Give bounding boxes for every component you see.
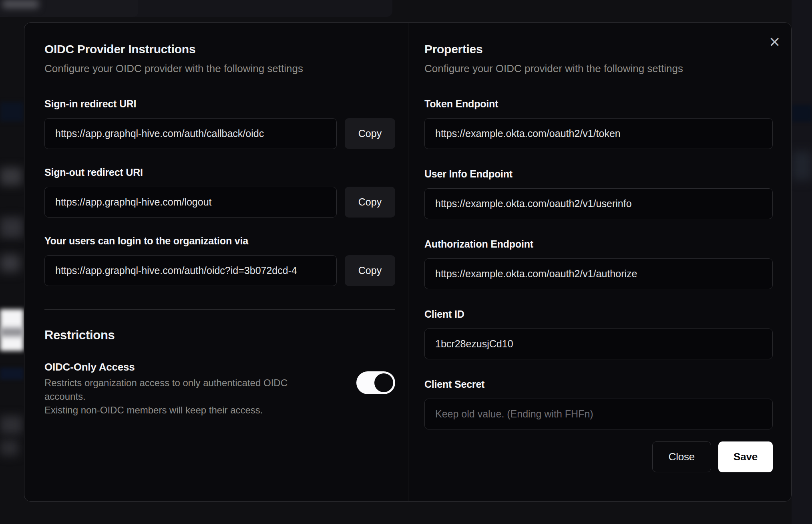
save-button[interactable]: Save <box>718 441 773 472</box>
instructions-pane: OIDC Provider Instructions Configure you… <box>24 23 408 501</box>
background-blur-artifact <box>0 217 23 238</box>
background-blur-artifact <box>2 0 38 8</box>
section-divider <box>44 309 395 310</box>
sign-in-redirect-uri-label: Sign-in redirect URI <box>44 97 395 110</box>
background-blur-artifact <box>0 416 22 434</box>
authorization-endpoint-input[interactable] <box>424 258 773 289</box>
properties-title: Properties <box>424 42 773 56</box>
token-endpoint-label: Token Endpoint <box>424 97 773 110</box>
dialog-actions: Close Save <box>424 441 773 472</box>
client-id-label: Client ID <box>424 308 773 320</box>
oidc-only-access-row: OIDC-Only Access Restricts organization … <box>44 360 395 417</box>
user-info-endpoint-label: User Info Endpoint <box>424 167 773 180</box>
properties-subtitle: Configure your OIDC provider with the fo… <box>424 62 773 75</box>
copy-sign-in-uri-button[interactable]: Copy <box>345 118 395 149</box>
oidc-provider-dialog: OIDC Provider Instructions Configure you… <box>24 22 792 502</box>
organization-login-uri-input[interactable] <box>44 255 337 286</box>
background-blur-artifact <box>792 105 812 122</box>
background-top-panel-inner <box>0 0 138 17</box>
copy-sign-out-uri-button[interactable]: Copy <box>345 187 395 218</box>
background-blur-artifact <box>0 167 22 185</box>
instructions-title: OIDC Provider Instructions <box>44 42 395 56</box>
sign-out-redirect-uri-input[interactable] <box>44 187 337 218</box>
background-blur-artifact <box>0 328 24 337</box>
oidc-only-access-label: OIDC-Only Access <box>44 360 325 374</box>
organization-login-uri-row: Copy <box>44 255 395 286</box>
client-id-input[interactable] <box>424 329 773 359</box>
toggle-knob <box>374 373 393 392</box>
token-endpoint-input[interactable] <box>424 118 773 149</box>
background-blur-artifact <box>0 102 24 121</box>
sign-in-redirect-uri-input[interactable] <box>44 118 337 149</box>
background-top-panel <box>0 0 392 17</box>
close-button[interactable]: Close <box>652 441 711 472</box>
restrictions-heading: Restrictions <box>44 328 395 343</box>
organization-login-uri-label: Your users can login to the organization… <box>44 234 395 247</box>
oidc-only-access-description: Restricts organization access to only au… <box>44 376 325 417</box>
copy-login-uri-button[interactable]: Copy <box>345 255 395 286</box>
user-info-endpoint-input[interactable] <box>424 188 773 219</box>
properties-pane: Properties Configure your OIDC provider … <box>408 23 791 501</box>
oidc-only-access-toggle[interactable] <box>356 371 395 394</box>
background-blur-artifact <box>0 255 20 272</box>
sign-out-redirect-uri-label: Sign-out redirect URI <box>44 166 395 179</box>
client-secret-label: Client Secret <box>424 378 773 391</box>
background-right-strip <box>792 0 812 524</box>
sign-out-redirect-uri-row: Copy <box>44 187 395 218</box>
authorization-endpoint-label: Authorization Endpoint <box>424 238 773 250</box>
background-blur-artifact <box>0 368 24 380</box>
description-line-2: Existing non-OIDC members will keep thei… <box>44 405 263 415</box>
background-blur-artifact <box>0 440 18 456</box>
client-secret-input[interactable] <box>424 399 773 429</box>
background-blur-artifact <box>0 309 24 351</box>
background-blur-artifact <box>792 151 812 180</box>
sign-in-redirect-uri-row: Copy <box>44 118 395 149</box>
instructions-subtitle: Configure your OIDC provider with the fo… <box>44 62 395 75</box>
close-icon[interactable]: × <box>769 32 780 51</box>
description-line-1: Restricts organization access to only au… <box>44 377 287 402</box>
oidc-only-access-texts: OIDC-Only Access Restricts organization … <box>44 360 325 417</box>
